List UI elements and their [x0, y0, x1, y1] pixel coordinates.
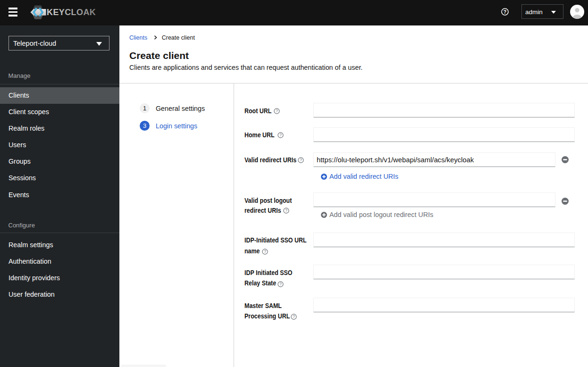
- svg-text:KEYCLOAK: KEYCLOAK: [47, 8, 96, 17]
- svg-text:?: ?: [279, 282, 282, 287]
- svg-text:?: ?: [285, 208, 287, 213]
- svg-text:?: ?: [300, 158, 302, 162]
- svg-text:?: ?: [504, 9, 506, 15]
- svg-text:?: ?: [293, 314, 295, 319]
- svg-text:?: ?: [264, 250, 267, 254]
- svg-text:?: ?: [276, 108, 278, 113]
- svg-text:?: ?: [279, 133, 282, 137]
